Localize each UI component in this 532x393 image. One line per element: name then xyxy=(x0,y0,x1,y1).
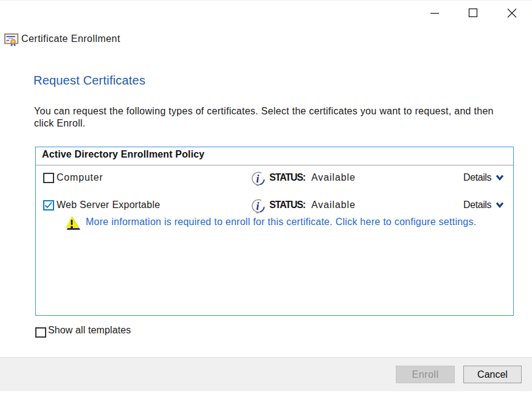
svg-text:i: i xyxy=(256,200,259,212)
svg-text:i: i xyxy=(256,173,259,185)
